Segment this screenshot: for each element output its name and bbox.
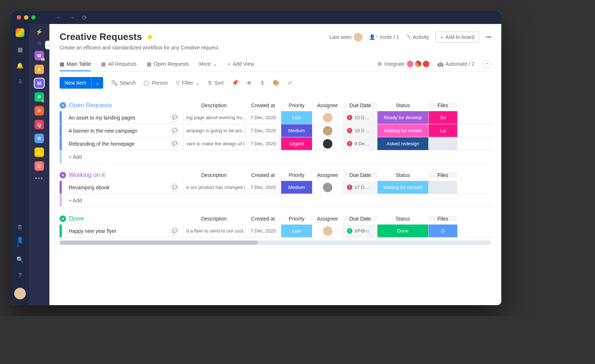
tab-all-requests[interactable]: ▦All Requests xyxy=(101,57,137,71)
collapse-sidebar-button[interactable]: › xyxy=(45,41,54,49)
cell-description[interactable]: ing page about working fro… xyxy=(183,111,245,124)
table-row[interactable]: Revamping ebook💬 e our product has chang… xyxy=(60,181,491,194)
add-item-row[interactable]: + Add xyxy=(60,194,491,207)
group-collapse-icon[interactable]: ▼ xyxy=(60,102,66,109)
cell-description[interactable]: e our product has changed d… xyxy=(183,181,245,194)
cell-due-date[interactable]: !9 De… xyxy=(343,137,377,150)
table-row[interactable]: A banner to the new campaign💬 ampaign is… xyxy=(60,124,491,137)
notifications-icon[interactable]: 🔔 xyxy=(16,62,24,69)
window-close[interactable] xyxy=(17,15,21,20)
pin-icon[interactable]: 📌 xyxy=(232,80,239,86)
tab-more[interactable]: More ⌄ xyxy=(199,57,217,71)
favorite-star-icon[interactable]: ★ xyxy=(146,32,154,42)
cell-assignee[interactable] xyxy=(312,124,343,137)
cell-files[interactable]: So xyxy=(428,111,457,124)
workspace-chip[interactable]: M xyxy=(35,78,44,88)
cell-priority[interactable]: Low xyxy=(281,111,312,124)
cell-description[interactable]: d a flyer to send to our cust… xyxy=(183,225,245,237)
group-collapse-icon[interactable]: ▼ xyxy=(60,215,66,222)
cell-assignee[interactable] xyxy=(312,181,343,194)
workspace-chip[interactable]: M🏠 xyxy=(35,51,44,60)
new-item-button[interactable]: New Item⌄ xyxy=(60,77,103,89)
cell-files[interactable]: La xyxy=(428,124,457,137)
hide-icon[interactable]: 👁 xyxy=(247,80,252,86)
workspace-chip[interactable]: R xyxy=(35,134,44,143)
chat-icon[interactable]: 💬 xyxy=(171,183,179,191)
cell-priority[interactable]: Medium xyxy=(281,124,312,137)
workspace-more[interactable]: ••• xyxy=(35,175,44,182)
back-icon[interactable]: ← xyxy=(56,14,62,21)
cell-assignee[interactable] xyxy=(312,111,343,124)
cell-due-date[interactable]: !17 D… xyxy=(343,225,377,237)
workspace-chip[interactable]: Q xyxy=(35,120,44,129)
cell-status[interactable]: Done xyxy=(377,225,428,237)
invite-icon[interactable]: 👤⁺ xyxy=(16,240,24,247)
color-icon[interactable]: 🎨 xyxy=(273,80,280,86)
cell-files[interactable] xyxy=(428,137,457,150)
horizontal-scrollbar[interactable] xyxy=(60,240,491,245)
cell-files[interactable] xyxy=(428,181,457,194)
window-minimize[interactable] xyxy=(24,15,28,20)
invite-button[interactable]: 👤⁺Invite / 1 xyxy=(369,34,399,40)
cell-status[interactable]: Ready for develop xyxy=(377,111,428,124)
inbox-icon[interactable]: ⇩ xyxy=(16,78,24,85)
cell-due-date[interactable]: !17 D… xyxy=(343,181,377,194)
cell-status[interactable]: Waiting for review xyxy=(377,124,428,137)
boards-icon[interactable]: ▦ xyxy=(16,46,24,53)
table-row[interactable]: Happy new year flyer💬 d a flyer to send … xyxy=(60,225,491,238)
collapse-groups-icon[interactable]: ⤢ xyxy=(288,80,292,86)
refresh-icon[interactable]: ⟳ xyxy=(82,14,87,21)
calendar-icon[interactable]: 🗓 xyxy=(16,224,24,231)
cell-priority[interactable]: Low xyxy=(281,225,312,237)
sort-button[interactable]: ⇅Sort xyxy=(208,80,224,86)
chat-icon[interactable]: 💬 xyxy=(171,114,179,122)
table-row[interactable]: An asset to my landing pages💬 ing page a… xyxy=(60,111,491,124)
tab-open-requests[interactable]: ▦Open Requests xyxy=(147,57,189,71)
chat-icon[interactable]: 💬 xyxy=(171,127,179,135)
cell-status[interactable]: Waiting for content xyxy=(377,181,428,194)
cell-description[interactable]: vant to make the design of t… xyxy=(183,137,245,150)
table-row[interactable]: Rebranding of the homepage💬 vant to make… xyxy=(60,137,491,150)
collapse-header-button[interactable]: ⌃ xyxy=(482,60,491,69)
person-filter-button[interactable]: ◯Person xyxy=(143,80,167,86)
group-title[interactable]: Done xyxy=(69,215,84,222)
cell-priority[interactable]: Medium xyxy=(281,181,312,194)
bolt-icon[interactable]: ⚡ xyxy=(36,28,43,35)
add-item-row[interactable]: + Add xyxy=(60,150,491,163)
tab-main-table[interactable]: ▦Main Table xyxy=(60,57,91,71)
star-outline-icon[interactable]: ☆ xyxy=(37,40,42,46)
cell-due-date[interactable]: !10 D… xyxy=(343,111,377,124)
scrollbar-thumb[interactable] xyxy=(60,240,258,245)
cell-assignee[interactable] xyxy=(312,137,343,150)
workspace-chip[interactable]: P🔒 xyxy=(35,92,44,102)
add-view-button[interactable]: +Add View xyxy=(227,57,254,71)
height-icon[interactable]: ⇕ xyxy=(260,80,265,86)
workspace-chip[interactable]: A xyxy=(35,65,44,74)
cell-status[interactable]: Asked redesign xyxy=(377,137,428,150)
chat-icon[interactable]: 💬 xyxy=(171,140,179,148)
chevron-down-icon[interactable]: ⌄ xyxy=(91,77,103,89)
group-collapse-icon[interactable]: ▼ xyxy=(60,172,66,178)
window-maximize[interactable] xyxy=(31,15,36,20)
board-more-menu[interactable]: ••• xyxy=(486,34,491,40)
cell-priority[interactable]: Urgent xyxy=(281,137,312,150)
cell-description[interactable]: ampaign is going to be aro… xyxy=(183,124,245,137)
user-avatar[interactable] xyxy=(14,288,26,299)
automate-button[interactable]: 🤖Automate / 2 xyxy=(437,57,474,71)
group-title[interactable]: Open Requests xyxy=(69,102,112,109)
group-title[interactable]: Working on it xyxy=(69,171,105,179)
integrate-button[interactable]: ⚙Integrate xyxy=(377,57,429,72)
search-button[interactable]: 🔍Search xyxy=(111,80,135,86)
search-icon[interactable]: 🔍 xyxy=(16,256,24,263)
add-to-board-button[interactable]: +Add to board xyxy=(436,32,479,43)
cell-assignee[interactable] xyxy=(312,225,343,237)
cell-files[interactable]: D xyxy=(428,225,457,237)
workspace-chip[interactable]: C xyxy=(35,161,44,171)
chat-icon[interactable]: 💬 xyxy=(171,227,179,235)
help-icon[interactable]: ? xyxy=(16,272,24,279)
last-seen[interactable]: Last seen xyxy=(329,33,363,41)
forward-icon[interactable]: → xyxy=(69,14,75,21)
workspace-chip[interactable]: Z xyxy=(35,147,44,157)
board-title[interactable]: Creative Requests xyxy=(60,31,142,43)
activity-button[interactable]: 〽Activity xyxy=(406,34,429,40)
